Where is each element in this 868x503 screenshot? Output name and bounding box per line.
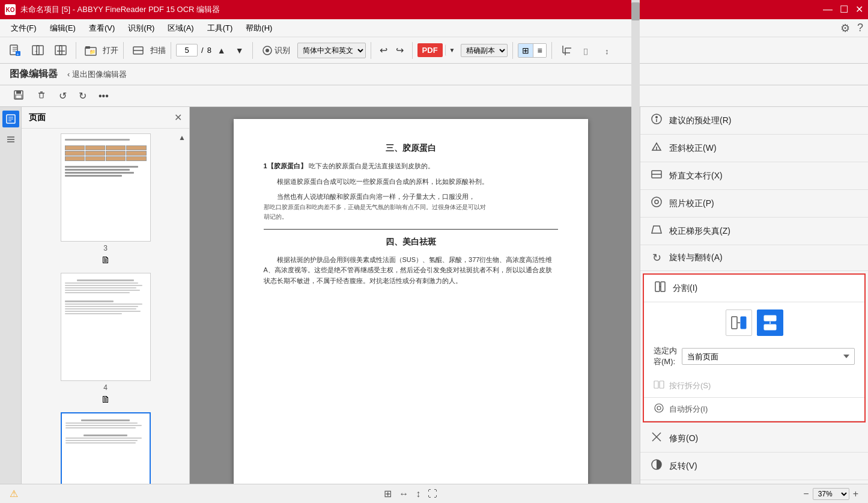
svg-point-60: [657, 406, 661, 410]
straighten-item[interactable]: 矫直文本行(X): [640, 162, 868, 190]
nav-list-button[interactable]: [2, 131, 19, 148]
view-text-button[interactable]: ≡: [533, 44, 545, 57]
split-vertical-button[interactable]: [726, 309, 752, 336]
trim-item[interactable]: 修剪(O): [640, 425, 868, 453]
zoom-select[interactable]: 37% 50% 75% 100%: [813, 488, 849, 500]
menu-items: 文件(F) 编辑(E) 查看(V) 识别(R) 区域(A) 工具(T) 帮助(H…: [5, 20, 278, 36]
split-row-icon: [654, 379, 664, 392]
invert-item[interactable]: 反转(V): [640, 453, 868, 480]
split-icon-btns: [644, 302, 864, 343]
photo-icon: [650, 196, 663, 211]
svg-text:+: +: [17, 52, 19, 56]
menu-recognize[interactable]: 识别(R): [122, 20, 160, 36]
split-auto-icon: [654, 403, 664, 416]
svg-rect-55: [764, 325, 776, 330]
help-icon[interactable]: ?: [857, 22, 863, 35]
doc-p4: 根据祛斑的护肤品会用到很美素成性法面（SUS）、氢醌、尿酸，377衍生物、高浓度…: [264, 255, 558, 287]
svg-rect-54: [764, 316, 776, 321]
zoom-minus-button[interactable]: −: [803, 489, 809, 499]
skew-label: 歪斜校正(W): [669, 143, 717, 154]
left-nav: [0, 107, 22, 503]
menu-tools[interactable]: 工具(T): [201, 20, 239, 36]
redo-button[interactable]: ↪: [392, 42, 407, 58]
menu-right-icons: ⚙ ?: [840, 22, 863, 35]
open-button[interactable]: 📁: [81, 42, 100, 59]
sidebar-scroll-up[interactable]: ▲: [177, 133, 187, 142]
split-horizontal-button[interactable]: [757, 309, 783, 336]
scan-button[interactable]: [129, 42, 148, 59]
more-button[interactable]: •••: [95, 89, 112, 103]
page-number-input[interactable]: 5: [176, 44, 198, 56]
split-header[interactable]: 分割(I): [644, 275, 864, 302]
doc-paragraph-1: 1【胶原蛋白】 吃下去的胶原蛋白是无法直接送到皮肤的。: [264, 161, 558, 172]
view-toggle-group: ⊞ ≡: [518, 43, 546, 58]
rotate-right-button[interactable]: ↻: [75, 88, 90, 103]
add-pages-button[interactable]: +: [28, 41, 48, 59]
save-mini-button[interactable]: [10, 88, 28, 105]
split-by-row-button: 按行拆分(S): [644, 374, 864, 398]
split-content-select[interactable]: 当前页面: [682, 348, 855, 365]
photo-correction-item[interactable]: 照片校正(P): [640, 190, 868, 218]
menu-area[interactable]: 区域(A): [162, 20, 199, 36]
skew-correction-item[interactable]: 歪斜校正(W): [640, 135, 868, 162]
crop-button[interactable]: [557, 42, 576, 59]
separator-2: [123, 42, 124, 59]
sidebar-close-button[interactable]: ✕: [174, 112, 182, 123]
minimize-button[interactable]: —: [823, 5, 833, 14]
status-icon-height[interactable]: ↕: [416, 489, 420, 499]
page-down-button[interactable]: ▼: [232, 43, 247, 58]
adjust-button[interactable]: ⌷: [578, 42, 598, 59]
svg-point-39: [655, 116, 658, 118]
menu-file[interactable]: 文件(F): [5, 20, 43, 36]
settings-icon[interactable]: ⚙: [840, 22, 850, 35]
split-section: 分割(I) 选定内容(M): 当前页面 按行拆分: [643, 273, 866, 422]
menu-view[interactable]: 查看(V): [83, 20, 121, 36]
new-button[interactable]: +: [5, 41, 25, 59]
recognize-button[interactable]: 识别: [258, 43, 295, 58]
trapezoid-item[interactable]: 校正梯形失真(Z): [640, 218, 868, 245]
delete-mini-button[interactable]: [32, 88, 50, 105]
menu-help[interactable]: 帮助(H): [240, 20, 278, 36]
close-button[interactable]: ✕: [855, 5, 863, 14]
undo-button[interactable]: ↩: [376, 42, 391, 58]
page-content-wrapper: 三、胶原蛋白 1【胶原蛋白】 吃下去的胶原蛋白是无法直接送到皮肤的。 根据道胶原…: [190, 107, 640, 503]
separator-4: [252, 42, 253, 59]
split-auto-button[interactable]: 自动拆分(I): [644, 398, 864, 421]
back-arrow-icon: ‹: [67, 70, 70, 79]
window-controls: — ☐ ✕: [823, 5, 863, 14]
suggested-preprocessing-item[interactable]: 建议的预处理(R): [640, 107, 868, 135]
back-button[interactable]: ‹ 退出图像编辑器: [62, 67, 132, 82]
status-icon-width[interactable]: ↔: [399, 489, 408, 499]
zoom-plus-button[interactable]: +: [853, 489, 858, 499]
svg-rect-26: [16, 91, 21, 94]
remove-pages-button[interactable]: [50, 41, 71, 59]
view-image-button[interactable]: ⊞: [518, 44, 533, 57]
rotate-item[interactable]: ↻ 旋转与翻转(A): [640, 245, 868, 271]
title-bar: KO 未命名项目 [5] - ABBYY FineReader PDF 15 O…: [0, 0, 868, 19]
split-icon: [654, 281, 667, 296]
page-thumbnail-3[interactable]: 3 🗎: [26, 133, 184, 266]
svg-rect-10: [59, 46, 66, 55]
page-up-button[interactable]: ▲: [214, 43, 229, 58]
pdf-dropdown[interactable]: ▼: [445, 44, 459, 56]
suggested-icon: [650, 113, 663, 128]
nav-pages-button[interactable]: [2, 111, 19, 127]
main-toolbar: + + 📁 打开 扫描 5 / 8 ▲ ▼ 识别 简体中文和英文 ↩ ↪ PDF…: [0, 37, 868, 64]
invert-label: 反转(V): [669, 461, 697, 472]
move-button[interactable]: ↕: [600, 42, 619, 59]
pdf-button[interactable]: PDF: [417, 43, 443, 57]
rotate-left-button[interactable]: ↺: [55, 88, 70, 103]
svg-rect-27: [16, 95, 22, 99]
svg-text:⌷: ⌷: [583, 47, 588, 56]
page-thumbnail-4[interactable]: 4 🗎: [26, 273, 184, 405]
title-bar-left: KO 未命名项目 [5] - ABBYY FineReader PDF 15 O…: [5, 4, 220, 15]
output-select[interactable]: 精确副本: [461, 44, 508, 57]
maximize-button[interactable]: ☐: [840, 5, 848, 14]
content-row: 页面 ✕: [0, 107, 868, 503]
doc-p3c: 胡记的。: [264, 212, 558, 222]
svg-point-46: [655, 200, 658, 204]
menu-edit[interactable]: 编辑(E): [44, 20, 82, 36]
language-select[interactable]: 简体中文和英文: [297, 43, 366, 58]
status-icon-layout[interactable]: ⊞: [384, 488, 392, 499]
status-icon-fit[interactable]: ⛶: [428, 489, 437, 499]
